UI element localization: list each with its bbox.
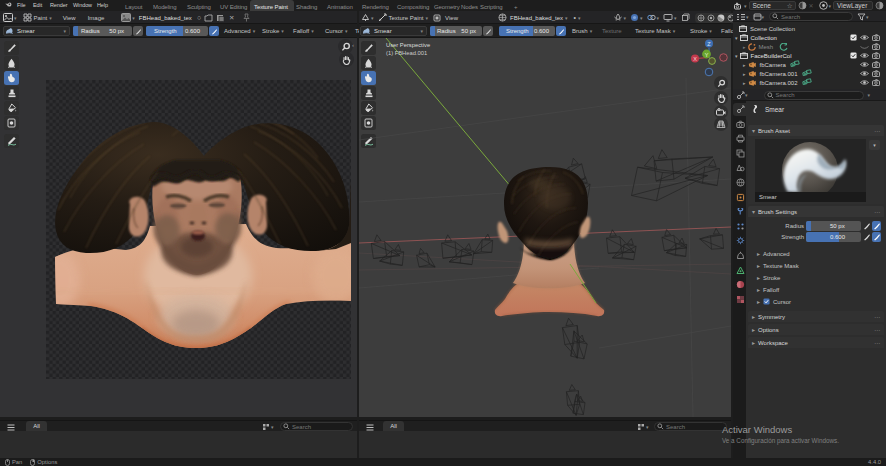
svg-text:Y: Y bbox=[705, 52, 709, 58]
svg-text:User Perspective: User Perspective bbox=[386, 42, 430, 48]
svg-text:X: X bbox=[693, 56, 697, 62]
svg-text:(1) FBHead.001: (1) FBHead.001 bbox=[386, 50, 427, 56]
